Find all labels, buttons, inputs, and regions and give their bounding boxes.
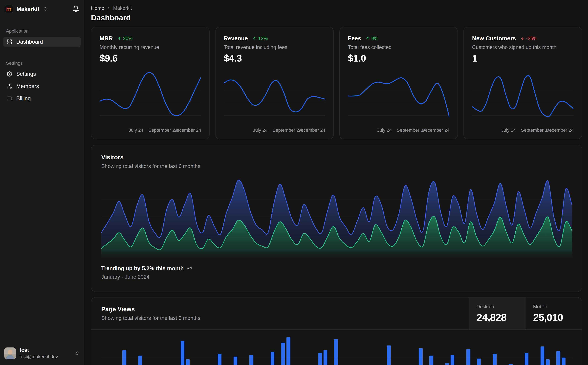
bar: [387, 345, 391, 365]
bar: [419, 348, 422, 365]
visitors-date-range: January - June 2024: [101, 274, 572, 280]
trend-badge: 12%: [253, 36, 268, 41]
page-views-title: Page Views: [101, 306, 459, 313]
stat-subtitle: Total revenue including fees: [224, 44, 325, 50]
sidebar-item-settings[interactable]: Settings: [3, 69, 81, 79]
gridline: [101, 358, 572, 358]
toggle-mobile[interactable]: Mobile 25,010: [525, 297, 582, 330]
bar: [525, 353, 528, 365]
bar: [181, 341, 184, 365]
arrow-down-icon: [520, 36, 525, 41]
bar: [450, 355, 454, 365]
x-axis-label: July 24: [377, 127, 392, 133]
workspace-selector[interactable]: m Makerkit: [3, 5, 81, 13]
main-content: Home Makerkit Dashboard MRR 20% Monthly …: [84, 0, 588, 365]
trend-badge: 20%: [118, 36, 133, 41]
user-name: test: [20, 347, 58, 353]
stat-subtitle: Customers who signed up this month: [472, 44, 574, 50]
sidebar-item-label: Members: [16, 83, 39, 89]
bar: [445, 363, 449, 365]
toggle-label: Mobile: [533, 304, 574, 309]
sparkline-chart: July 24 September 24 December 24: [472, 67, 574, 133]
page-views-titles: Page Views Showing total visitors for th…: [91, 297, 469, 330]
x-axis-label: September 24: [397, 127, 426, 133]
sidebar-item-label: Billing: [16, 95, 31, 102]
notifications-button[interactable]: [72, 6, 79, 12]
stat-value: $4.3: [224, 53, 325, 64]
sidebar-item-label: Settings: [16, 71, 36, 77]
bar: [138, 356, 142, 365]
page-views-subtitle: Showing total visitors for the last 3 mo…: [101, 315, 459, 321]
arrow-up-icon: [253, 36, 257, 41]
stat-card-mrr: MRR 20% Monthly recurring revenue $9.6 J…: [91, 27, 210, 139]
bar: [466, 349, 470, 365]
bar: [249, 355, 253, 365]
x-axis-label: December 24: [422, 127, 450, 133]
chevron-right-icon: [106, 6, 111, 10]
stat-subtitle: Total fees collected: [348, 44, 450, 50]
toggle-label: Desktop: [477, 304, 518, 309]
logo-letter: m: [6, 6, 12, 12]
sparkline-chart: July 24 September 24 December 24: [224, 67, 325, 133]
gear-icon: [7, 71, 12, 77]
toggle-value: 24,828: [477, 311, 518, 323]
page-views-header: Page Views Showing total visitors for th…: [91, 297, 582, 330]
stat-subtitle: Monthly recurring revenue: [100, 44, 201, 50]
sidebar-item-members[interactable]: Members: [3, 81, 81, 91]
stat-cards-row: MRR 20% Monthly recurring revenue $9.6 J…: [91, 27, 582, 139]
trend-value: 12%: [258, 36, 268, 41]
sparkline-chart: July 24 September 24 December 24: [100, 67, 201, 133]
stat-title: Revenue: [224, 35, 248, 42]
bar: [318, 353, 322, 365]
x-axis-label: December 24: [546, 127, 574, 133]
user-info: test test@makerkit.dev: [20, 347, 58, 359]
x-axis-label: July 24: [501, 127, 516, 133]
stat-title: MRR: [100, 35, 113, 42]
visitors-area-chart: [101, 176, 572, 258]
sidebar-item-dashboard[interactable]: Dashboard: [3, 37, 81, 47]
bar: [493, 354, 497, 365]
stat-value: $9.6: [100, 53, 201, 64]
bar: [286, 337, 290, 365]
stat-value: 1: [472, 53, 574, 64]
bar: [281, 343, 285, 365]
toggle-desktop[interactable]: Desktop 24,828: [469, 297, 525, 330]
stat-value: $1.0: [348, 53, 450, 64]
user-email: test@makerkit.dev: [20, 354, 58, 359]
visitors-trend-text: Trending up by 5.2% this month: [101, 265, 184, 272]
chevron-up-down-icon: [75, 351, 80, 356]
x-axis-label: December 24: [173, 127, 201, 133]
bar: [509, 364, 512, 365]
arrow-up-icon: [366, 36, 370, 41]
page-views-card: Page Views Showing total visitors for th…: [91, 297, 582, 365]
trend-value: 9%: [371, 36, 378, 41]
visitors-footer: Trending up by 5.2% this month January -…: [101, 265, 572, 280]
x-axis-label: September 24: [148, 127, 178, 133]
user-menu[interactable]: test test@makerkit.dev: [3, 347, 81, 359]
bar: [562, 358, 566, 365]
bar: [186, 359, 190, 365]
stat-card-revenue: Revenue 12% Total revenue including fees…: [215, 27, 334, 139]
sparkline-chart: July 24 September 24 December 24: [348, 67, 450, 133]
makerkit-logo: m: [5, 5, 13, 13]
x-axis-label: July 24: [129, 127, 143, 133]
bar: [546, 359, 550, 365]
stat-title: Fees: [348, 35, 361, 42]
x-axis-label: December 24: [297, 127, 325, 133]
visitors-subtitle: Showing total visitors for the last 6 mo…: [101, 163, 572, 169]
bar: [122, 350, 126, 365]
user-avatar: [4, 347, 16, 359]
trend-value: -25%: [526, 36, 537, 41]
arrow-up-icon: [118, 36, 122, 41]
sidebar-item-billing[interactable]: Billing: [3, 93, 81, 104]
breadcrumb-home-link[interactable]: Home: [91, 5, 104, 11]
sidebar: m Makerkit Application Dashboard Setting…: [0, 0, 84, 365]
stat-title: New Customers: [472, 35, 516, 42]
nav-section-label: Settings: [6, 61, 81, 66]
bell-icon: [72, 6, 79, 12]
bar: [218, 354, 221, 365]
chevron-up-down-icon: [43, 7, 48, 11]
bar: [324, 350, 327, 365]
visitors-title: Visitors: [101, 154, 572, 161]
breadcrumb: Home Makerkit: [91, 5, 582, 11]
